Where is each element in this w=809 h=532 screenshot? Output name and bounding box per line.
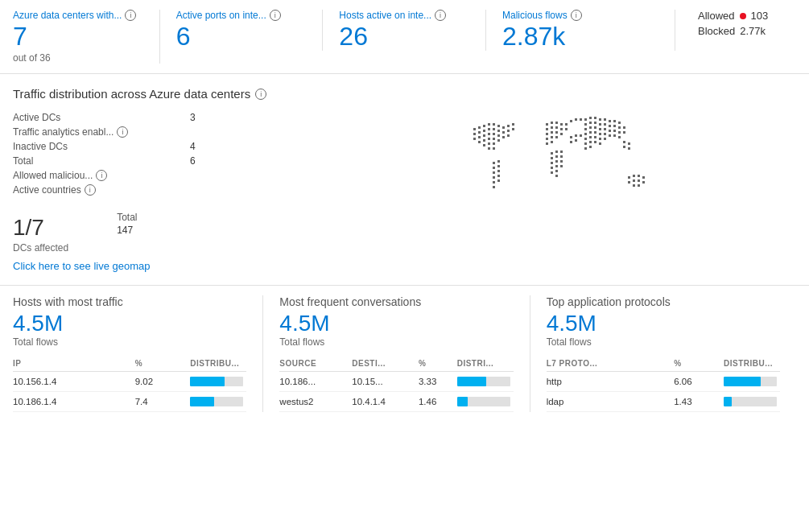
- svg-rect-1: [478, 126, 481, 129]
- kpi-malicious-flows: Malicious flows i 2.87k: [502, 10, 675, 51]
- allowed-malicious-info-icon[interactable]: i: [96, 170, 107, 181]
- svg-rect-110: [613, 134, 616, 137]
- analytics-total-value: 6: [190, 155, 351, 167]
- protocols-panel-sub: Total flows: [547, 336, 780, 348]
- proto-pct: 6.06: [674, 371, 724, 391]
- geomap-link[interactable]: Click here to see live geomap: [13, 260, 151, 272]
- analytics-label: Traffic analytics enabl... i: [13, 126, 174, 138]
- svg-rect-3: [488, 123, 490, 126]
- azure-dc-info-icon[interactable]: i: [125, 10, 136, 21]
- svg-rect-35: [493, 147, 495, 150]
- svg-rect-121: [584, 147, 587, 150]
- svg-rect-129: [638, 175, 640, 177]
- svg-rect-95: [584, 128, 587, 130]
- allowed-value: 103: [751, 10, 769, 22]
- active-countries-label: Active countries i: [13, 184, 174, 196]
- active-countries-info-icon[interactable]: i: [85, 184, 96, 196]
- kpi-allowed-blocked: Allowed 103 Blocked 2.77k: [691, 10, 796, 40]
- svg-rect-22: [493, 133, 495, 135]
- protocols-table: L7 PROTO... % DISTRIBU... http 6.06 ldap…: [547, 356, 780, 412]
- proto-name: ldap: [547, 391, 675, 411]
- svg-rect-39: [497, 165, 500, 167]
- svg-rect-73: [555, 160, 558, 163]
- analytics-info-icon[interactable]: i: [117, 126, 128, 138]
- hosts-panel-sub: Total flows: [13, 336, 246, 348]
- analytics-total-label: Total: [13, 155, 174, 167]
- blocked-value: 2.77k: [740, 25, 766, 37]
- conversations-table: SOURCE DESTI... % DISTRI... 10.186... 10…: [279, 356, 513, 412]
- svg-rect-146: [575, 118, 577, 121]
- blocked-row: Blocked 2.77k: [698, 25, 796, 37]
- svg-rect-128: [633, 175, 635, 177]
- svg-rect-141: [604, 118, 606, 121]
- svg-rect-85: [575, 139, 577, 142]
- active-ports-info-icon[interactable]: i: [270, 10, 281, 21]
- svg-rect-140: [599, 118, 601, 121]
- hosts-table: IP % DISTRIBU... 10.156.1.4 9.02 10.186.…: [13, 356, 246, 412]
- svg-rect-14: [497, 130, 500, 132]
- active-dcs-value: 3: [190, 112, 351, 123]
- svg-rect-47: [546, 123, 548, 126]
- table-row: 10.186... 10.15... 3.33: [279, 371, 513, 391]
- svg-rect-88: [594, 122, 596, 124]
- svg-rect-96: [589, 126, 592, 129]
- svg-rect-143: [613, 120, 616, 122]
- svg-rect-71: [560, 155, 563, 158]
- active-dcs-label: Active DCs: [13, 112, 174, 123]
- allowed-dot-red: [740, 13, 746, 19]
- svg-rect-43: [497, 175, 500, 177]
- svg-rect-67: [555, 151, 558, 153]
- svg-rect-134: [642, 181, 645, 184]
- svg-rect-11: [483, 130, 485, 132]
- svg-rect-108: [604, 133, 606, 135]
- protocols-panel-title: Top application protocols: [547, 295, 780, 308]
- svg-rect-100: [609, 130, 611, 132]
- hosts-col-ip: IP: [13, 356, 135, 372]
- svg-rect-64: [546, 142, 548, 145]
- proto-pct: 1.43: [674, 391, 724, 411]
- conv-col-source: SOURCE: [279, 356, 352, 372]
- hosts-active-info-icon[interactable]: i: [435, 10, 446, 21]
- svg-rect-20: [483, 134, 485, 137]
- svg-rect-70: [555, 155, 558, 158]
- svg-rect-66: [551, 152, 553, 155]
- svg-rect-18: [473, 138, 476, 140]
- svg-rect-91: [609, 125, 611, 127]
- svg-rect-80: [555, 175, 558, 177]
- svg-rect-106: [594, 131, 596, 134]
- svg-rect-17: [512, 128, 514, 130]
- svg-rect-118: [589, 141, 592, 143]
- svg-rect-34: [488, 147, 490, 150]
- svg-rect-90: [604, 123, 606, 126]
- svg-rect-36: [493, 162, 495, 164]
- allowed-row: Allowed 103: [698, 10, 796, 22]
- kpi-malicious-flows-label: Malicious flows i: [502, 10, 658, 21]
- svg-rect-126: [628, 147, 630, 150]
- svg-rect-74: [560, 160, 563, 163]
- svg-rect-93: [618, 126, 621, 129]
- svg-rect-137: [584, 118, 587, 121]
- svg-rect-136: [638, 184, 640, 187]
- svg-rect-27: [483, 139, 485, 142]
- conv-pct: 1.46: [419, 391, 457, 411]
- svg-rect-125: [623, 146, 625, 148]
- svg-rect-38: [493, 167, 495, 169]
- svg-rect-41: [497, 170, 500, 172]
- svg-rect-133: [638, 179, 640, 182]
- conv-pct: 3.33: [419, 371, 457, 391]
- kpi-azure-dc-label: Azure data centers with... i: [13, 10, 143, 21]
- svg-rect-116: [604, 138, 606, 140]
- kpi-active-ports-value: 6: [176, 23, 307, 51]
- svg-rect-72: [551, 162, 553, 164]
- dcs-affected: DCs affected: [13, 242, 68, 254]
- hosts-col-pct: %: [135, 356, 191, 372]
- malicious-flows-info-icon[interactable]: i: [571, 10, 582, 21]
- traffic-section-info-icon[interactable]: i: [255, 89, 266, 100]
- svg-rect-0: [473, 128, 476, 130]
- svg-rect-4: [493, 123, 495, 126]
- svg-rect-109: [609, 134, 611, 137]
- svg-rect-78: [551, 171, 553, 174]
- svg-rect-26: [478, 141, 481, 143]
- table-row: ldap 1.43: [547, 391, 780, 411]
- svg-rect-117: [584, 142, 587, 145]
